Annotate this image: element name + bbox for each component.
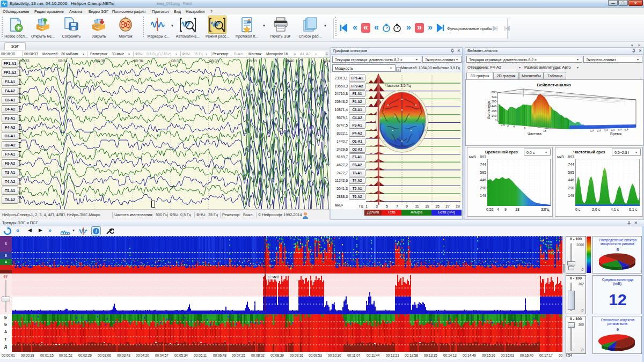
svg-text:744: 744 <box>492 95 496 99</box>
svg-text:0: 0 <box>495 119 496 122</box>
svg-text:3,4: 3,4 <box>604 128 608 132</box>
svg-text:Вейвлет-анализ: Вейвлет-анализ <box>537 83 571 87</box>
svg-text:Гц: Гц <box>359 204 363 209</box>
svg-text:Частота: Частота <box>528 132 541 136</box>
svg-text:Амплитуда: Амплитуда <box>487 101 491 119</box>
svg-text:2: 2 <box>507 124 509 128</box>
svg-text:9: 9 <box>524 127 525 130</box>
svg-text:Частота 3,5 Гц: Частота 3,5 Гц <box>385 84 411 88</box>
svg-text:446: 446 <box>492 105 496 108</box>
svg-text:4,4: 4,4 <box>611 128 615 132</box>
svg-text:6,8: 6,8 <box>624 128 628 131</box>
svg-text:893: 893 <box>492 91 496 94</box>
svg-text:298: 298 <box>492 109 496 113</box>
svg-text:18: 18 <box>543 129 546 132</box>
svg-text:4: 4 <box>513 125 515 128</box>
svg-text:595: 595 <box>492 100 496 103</box>
svg-text:Время: Время <box>610 132 621 136</box>
svg-text:149: 149 <box>492 114 496 117</box>
svg-text:2,4: 2,4 <box>597 129 601 132</box>
svg-text:1,4: 1,4 <box>590 129 594 132</box>
